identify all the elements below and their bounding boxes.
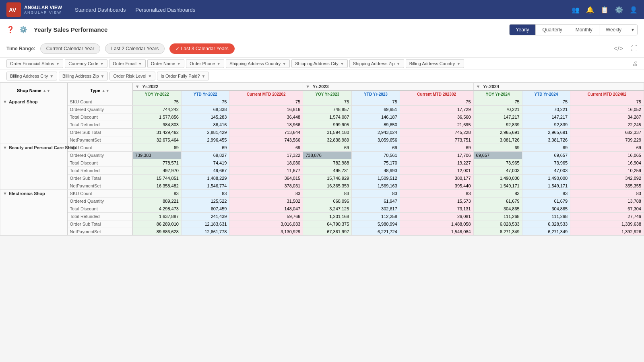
data-cell[interactable]: 74,419 xyxy=(181,159,229,167)
data-cell[interactable]: 147,217 xyxy=(522,113,570,121)
data-cell[interactable]: 75 xyxy=(181,98,229,106)
data-cell[interactable]: 11,677 xyxy=(229,167,303,175)
col-header-type[interactable]: Type ▲▼ xyxy=(67,83,132,98)
data-cell[interactable]: 16,358,482 xyxy=(132,182,181,190)
data-cell[interactable]: 302,617 xyxy=(352,205,400,213)
data-cell[interactable]: 69,951 xyxy=(352,106,400,113)
data-cell[interactable]: 378,031 xyxy=(229,182,303,190)
data-cell[interactable]: 70,221 xyxy=(522,106,570,113)
data-cell[interactable]: 1,490,000 xyxy=(473,175,522,182)
data-cell[interactable]: 83 xyxy=(400,190,473,197)
nav-standard-dashboards[interactable]: Standard Dashboards xyxy=(75,5,126,14)
data-cell[interactable]: 1,509,512 xyxy=(352,175,400,182)
data-cell[interactable]: 73,965 xyxy=(522,159,570,167)
filter-is-order-fully-paid[interactable]: Is Order Fully Paid? ▼ xyxy=(157,72,209,80)
data-cell[interactable]: 17,729 xyxy=(400,106,473,113)
data-cell[interactable]: 16,052 xyxy=(570,106,644,113)
data-cell[interactable]: 47,003 xyxy=(473,167,522,175)
data-cell[interactable]: 68,338 xyxy=(181,106,229,113)
col-header-shop-name[interactable]: Shop Name ▲▼ xyxy=(0,83,68,98)
data-cell[interactable]: 86,416 xyxy=(181,121,229,129)
people-icon[interactable]: 👥 xyxy=(572,6,580,14)
data-cell[interactable]: 61,947 xyxy=(352,197,400,205)
data-cell[interactable]: 69,657 xyxy=(522,152,570,159)
filter-currency-code[interactable]: Currency Code ▼ xyxy=(65,59,107,68)
data-cell[interactable]: 1,574,087 xyxy=(303,113,352,121)
data-cell[interactable]: 1,637,887 xyxy=(132,213,181,220)
data-cell[interactable]: 34,287 xyxy=(570,113,644,121)
data-cell[interactable]: 304,865 xyxy=(473,205,522,213)
filter-icon[interactable]: ⚙️ xyxy=(19,26,27,33)
data-cell[interactable]: 16,816 xyxy=(229,106,303,113)
data-cell[interactable]: 147,217 xyxy=(473,113,522,121)
data-cell[interactable]: 3,247,125 xyxy=(303,205,352,213)
filter-billing-address-country[interactable]: Billing Address Country ▼ xyxy=(406,59,464,68)
data-cell[interactable]: 32,838,989 xyxy=(303,136,352,144)
data-cell[interactable]: 75 xyxy=(570,98,644,106)
data-cell[interactable]: 86,289,010 xyxy=(132,220,181,228)
tab-monthly[interactable]: Monthly xyxy=(569,25,599,35)
tab-quarterly[interactable]: Quarterly xyxy=(536,25,569,35)
data-cell[interactable]: 75 xyxy=(473,98,522,106)
data-cell[interactable]: 1,577,856 xyxy=(132,113,181,121)
data-cell[interactable]: 3,016,033 xyxy=(229,220,303,228)
data-cell[interactable]: 15,573 xyxy=(400,197,473,205)
btn-last-2-calendar-years[interactable]: Last 2 Calendar Years xyxy=(105,43,165,54)
data-cell[interactable]: 6,221,724 xyxy=(352,228,400,236)
data-cell[interactable]: 69 xyxy=(473,144,522,152)
data-cell[interactable]: 10,259 xyxy=(570,167,644,175)
settings-icon[interactable]: ⚙️ xyxy=(615,6,623,14)
data-cell[interactable]: 12,183,631 xyxy=(181,220,229,228)
data-cell[interactable]: 380,177 xyxy=(400,175,473,182)
data-cell[interactable]: 83 xyxy=(229,190,303,197)
btn-last-3-calendar-years[interactable]: ✓ Last 3 Calendar Years xyxy=(169,43,234,54)
data-cell[interactable]: 111,268 xyxy=(522,213,570,220)
table-scroll-container[interactable]: Shop Name ▲▼ Type ▲▼ ▼ Yr-2022 ▼ Yr-2023… xyxy=(0,83,644,236)
data-cell[interactable]: 1,546,774 xyxy=(181,182,229,190)
data-cell[interactable]: 75,170 xyxy=(352,159,400,167)
data-cell[interactable]: 709,229 xyxy=(570,136,644,144)
nav-personalized-dashboards[interactable]: Personalized Dashboards xyxy=(135,5,195,14)
data-cell[interactable]: 92,839 xyxy=(473,121,522,129)
data-cell[interactable]: 13,788 xyxy=(570,197,644,205)
data-cell[interactable]: 148,047 xyxy=(229,205,303,213)
yr-2024-header[interactable]: ▼ Yr-2024 xyxy=(473,83,644,90)
filter-shipping-address-country[interactable]: Shipping Address Country ▼ xyxy=(226,59,290,68)
data-cell[interactable]: 984,803 xyxy=(132,121,181,129)
data-cell[interactable]: 1,201,168 xyxy=(303,213,352,220)
data-cell[interactable]: 69,657 xyxy=(473,152,522,159)
data-cell[interactable]: 748,857 xyxy=(303,106,352,113)
data-cell[interactable]: 26,081 xyxy=(400,213,473,220)
filter-order-financial-status[interactable]: Order Financial Status ▼ xyxy=(6,59,63,68)
data-cell[interactable]: 713,644 xyxy=(229,129,303,136)
data-cell[interactable]: 2,965,691 xyxy=(473,129,522,136)
data-cell[interactable]: 92,839 xyxy=(522,121,570,129)
help-icon[interactable]: ❓ xyxy=(6,26,14,33)
filter-billing-address-zip[interactable]: Billing Address Zip ▼ xyxy=(59,72,108,80)
data-cell[interactable]: 342,092 xyxy=(570,175,644,182)
data-cell[interactable]: 69 xyxy=(303,144,352,152)
data-cell[interactable]: 16,904 xyxy=(570,159,644,167)
data-cell[interactable]: 497,970 xyxy=(132,167,181,175)
data-cell[interactable]: 70,561 xyxy=(352,152,400,159)
data-cell[interactable]: 61,679 xyxy=(522,197,570,205)
data-cell[interactable]: 241,439 xyxy=(181,213,229,220)
data-cell[interactable]: 1,392,926 xyxy=(570,228,644,236)
data-cell[interactable]: 4,298,473 xyxy=(132,205,181,213)
data-cell[interactable]: 739,383 xyxy=(132,152,181,159)
data-cell[interactable]: 2,965,691 xyxy=(522,129,570,136)
data-cell[interactable]: 1,549,171 xyxy=(522,182,570,190)
data-cell[interactable]: 83 xyxy=(352,190,400,197)
data-cell[interactable]: 69 xyxy=(522,144,570,152)
data-cell[interactable]: 22,245 xyxy=(570,121,644,129)
data-cell[interactable]: 2,881,429 xyxy=(181,129,229,136)
data-cell[interactable]: 3,081,726 xyxy=(522,136,570,144)
data-cell[interactable]: 3,059,656 xyxy=(352,136,400,144)
data-cell[interactable]: 999,905 xyxy=(303,121,352,129)
data-cell[interactable]: 745,228 xyxy=(400,129,473,136)
data-cell[interactable]: 607,459 xyxy=(181,205,229,213)
data-cell[interactable]: 36,560 xyxy=(400,113,473,121)
data-cell[interactable]: 125,522 xyxy=(181,197,229,205)
data-cell[interactable]: 31,502 xyxy=(229,197,303,205)
data-cell[interactable]: 70,221 xyxy=(473,106,522,113)
